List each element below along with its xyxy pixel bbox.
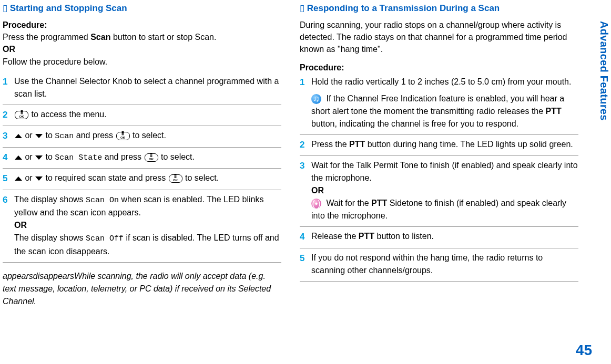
right-section-title: Responding to a Transmission During a Sc… xyxy=(300,3,578,14)
up-arrow-icon xyxy=(15,155,22,160)
step-row: 2 ≣OK to access the menu. xyxy=(3,108,281,127)
step-body: or to required scan state and press ≣OK … xyxy=(14,172,281,184)
page-content: Starting and Stopping Scan Procedure: Pr… xyxy=(0,0,611,308)
step-body: The display shows Scan On when scan is e… xyxy=(14,193,281,258)
step-body: Release the PTT button to listen. xyxy=(311,230,578,243)
sidetone-icon: ((•)) xyxy=(311,199,321,209)
left-section-title: Starting and Stopping Scan xyxy=(3,3,281,14)
step-body: If you do not respond within the hang ti… xyxy=(311,252,578,277)
step-row: 3 or to Scan and press ≣OK to select. xyxy=(3,129,281,148)
up-arrow-icon xyxy=(15,134,22,138)
step-number: 2 xyxy=(300,138,311,152)
step-number: 1 xyxy=(300,76,311,89)
down-arrow-icon xyxy=(35,134,43,138)
step-row: 5 or to required scan state and press ≣O… xyxy=(3,172,281,190)
procedure-label: Procedure: xyxy=(300,63,578,72)
ok-key-icon: ≣OK xyxy=(169,174,182,183)
right-intro: During scanning, your radio stops on a c… xyxy=(300,19,578,56)
channel-free-icon: ♫ xyxy=(311,94,321,104)
step-number: 4 xyxy=(3,151,14,164)
right-column: Responding to a Transmission During a Sc… xyxy=(300,3,578,308)
down-arrow-icon xyxy=(35,176,43,181)
step-number: 1 xyxy=(3,75,14,89)
step-body: ≣OK to access the menu. xyxy=(14,108,281,121)
up-arrow-icon xyxy=(15,176,22,181)
step-body: Wait for the Talk Permit Tone to finish … xyxy=(311,159,578,222)
step-body: Hold the radio vertically 1 to 2 inches … xyxy=(311,76,578,130)
step-row: 6 The display shows Scan On when scan is… xyxy=(3,193,281,263)
step-number: 6 xyxy=(3,193,14,207)
step-number: 5 xyxy=(3,172,14,185)
scan-note: appearsdisappearsWhile scanning, the rad… xyxy=(3,270,281,308)
page-number: 45 xyxy=(576,342,592,359)
step-row: 2 Press the PTT button during hang time.… xyxy=(300,138,578,157)
step-number: 4 xyxy=(300,230,311,244)
step-body: Use the Channel Selector Knob to select … xyxy=(14,75,281,100)
step-number: 5 xyxy=(300,252,311,265)
step-body: or to Scan State and press ≣OK to select… xyxy=(14,151,281,164)
step-row: 1 Hold the radio vertically 1 to 2 inche… xyxy=(300,76,578,135)
step-row: 5 If you do not respond within the hang … xyxy=(300,252,578,282)
step-body: Press the PTT button during hang time. T… xyxy=(311,138,578,151)
step-row: 4 or to Scan State and press ≣OK to sele… xyxy=(3,151,281,169)
ok-key-icon: ≣OK xyxy=(145,153,158,162)
down-arrow-icon xyxy=(35,155,43,160)
step-row: 4 Release the PTT button to listen. xyxy=(300,230,578,248)
step-row: 1 Use the Channel Selector Knob to selec… xyxy=(3,75,281,105)
step-row: 3 Wait for the Talk Permit Tone to finis… xyxy=(300,159,578,227)
step-number: 3 xyxy=(300,159,311,173)
sidebar-title: Advanced Features xyxy=(598,21,610,121)
step-number: 3 xyxy=(3,129,14,143)
step-body: or to Scan and press ≣OK to select. xyxy=(14,129,281,143)
step-number: 2 xyxy=(3,108,14,122)
left-intro: Procedure: Press the programmed Scan but… xyxy=(3,19,281,68)
ok-key-icon: ≣OK xyxy=(116,132,130,140)
left-column: Starting and Stopping Scan Procedure: Pr… xyxy=(3,3,281,308)
procedure-label: Procedure: xyxy=(3,20,47,29)
ok-key-icon: ≣OK xyxy=(15,111,28,119)
